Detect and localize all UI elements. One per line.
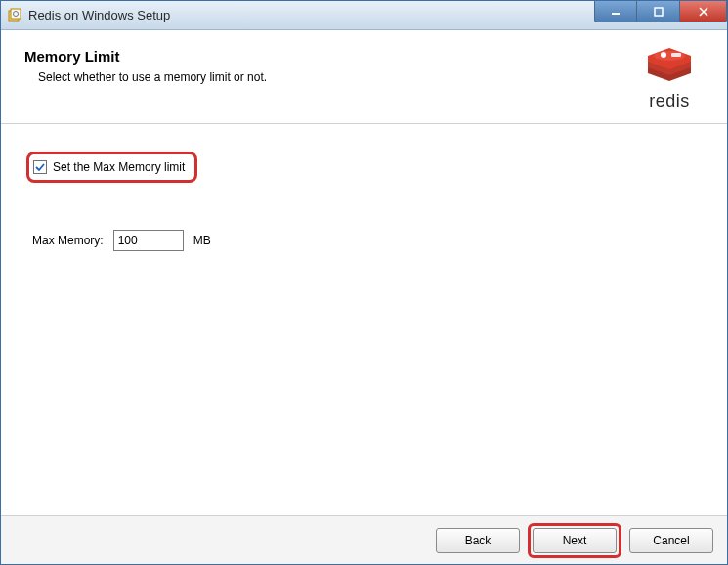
max-memory-unit: MB [193,234,211,247]
cancel-button[interactable]: Cancel [629,528,713,553]
installer-icon [7,8,22,23]
next-button[interactable]: Next [533,528,617,553]
minimize-button[interactable] [594,1,637,22]
footer: Back Next Cancel [1,515,727,564]
svg-rect-1 [11,9,21,19]
installer-window: Redis on Windows Setup Memory Limit Sele… [0,0,728,565]
maximize-button[interactable] [637,1,680,22]
page-subtitle: Select whether to use a memory limit or … [38,70,635,84]
max-memory-checkbox-row: Set the Max Memory limit [26,152,197,183]
titlebar[interactable]: Redis on Windows Setup [1,1,727,30]
back-button[interactable]: Back [436,528,520,553]
svg-rect-7 [671,53,681,57]
close-button[interactable] [680,1,727,22]
max-memory-input[interactable] [113,230,184,251]
redis-logo: redis [635,48,704,111]
redis-logo-text: redis [635,91,704,111]
content-area: Set the Max Memory limit Max Memory: MB [1,124,727,515]
svg-rect-4 [655,8,663,16]
header-text: Memory Limit Select whether to use a mem… [24,48,635,84]
window-title: Redis on Windows Setup [28,8,170,22]
max-memory-checkbox-label: Set the Max Memory limit [53,160,185,174]
max-memory-row: Max Memory: MB [32,230,702,251]
next-highlight: Next [528,523,621,558]
page-title: Memory Limit [24,48,635,65]
max-memory-label: Max Memory: [32,234,104,247]
svg-rect-3 [612,13,620,15]
max-memory-checkbox[interactable] [33,160,47,174]
header: Memory Limit Select whether to use a mem… [1,30,727,124]
window-controls [594,1,727,22]
svg-point-6 [661,52,666,58]
